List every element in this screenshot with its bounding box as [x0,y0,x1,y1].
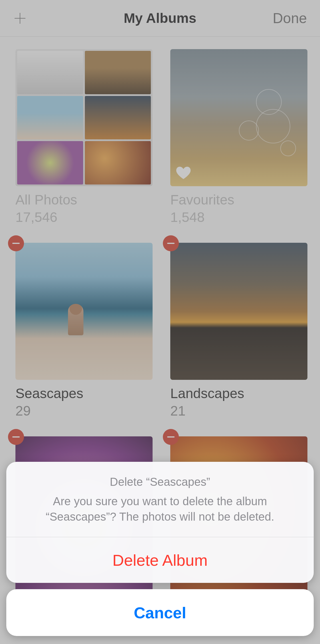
delete-album-button[interactable]: Delete Album [6,537,314,583]
action-sheet-message: Are you sure you want to delete the albu… [23,493,297,524]
action-sheet-card: Delete “Seascapes” Are you sure you want… [6,462,314,583]
action-sheet: Delete “Seascapes” Are you sure you want… [6,462,314,636]
cancel-button[interactable]: Cancel [6,589,314,636]
action-sheet-header: Delete “Seascapes” Are you sure you want… [6,462,314,537]
action-sheet-title: Delete “Seascapes” [23,476,297,488]
